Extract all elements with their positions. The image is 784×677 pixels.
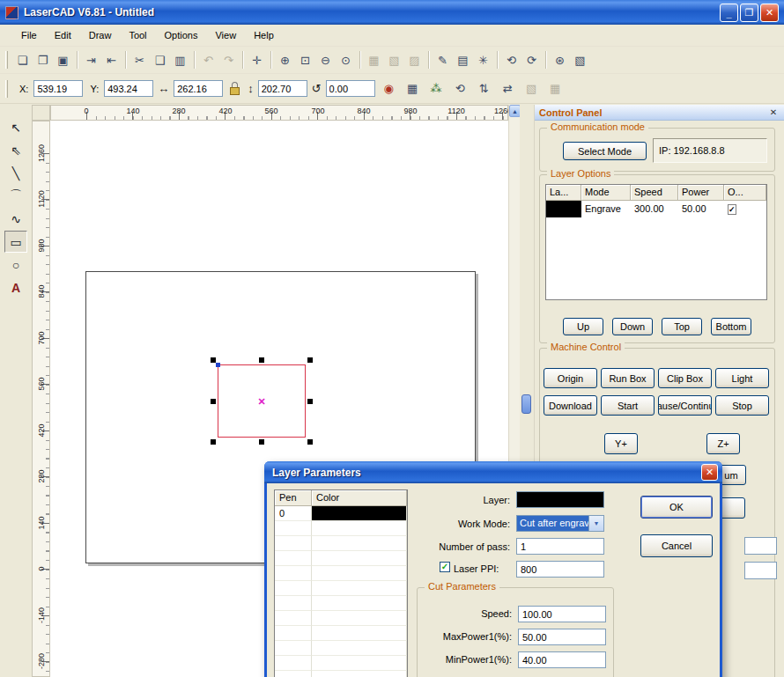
- zoom-out-icon[interactable]: ⊖: [315, 50, 336, 70]
- splitter-grip[interactable]: [521, 394, 531, 414]
- selection-handle[interactable]: [211, 399, 216, 404]
- redo-icon[interactable]: ↷: [218, 50, 239, 70]
- pause-continue-button[interactable]: Pause/Continue: [658, 395, 712, 416]
- menu-view[interactable]: View: [206, 27, 245, 43]
- ungroup-icon[interactable]: ▧: [384, 50, 404, 70]
- light-button[interactable]: Light: [715, 368, 769, 388]
- menu-file[interactable]: File: [12, 27, 46, 43]
- pan-icon[interactable]: ✛: [247, 50, 267, 70]
- chevron-down-icon[interactable]: ▼: [588, 516, 603, 531]
- selection-handle[interactable]: [307, 439, 313, 445]
- toolbar-grip[interactable]: [5, 80, 8, 98]
- column-power[interactable]: Power: [678, 185, 724, 201]
- paste-icon[interactable]: ▥: [170, 50, 190, 70]
- array-icon[interactable]: ▤: [453, 50, 473, 70]
- selected-rectangle[interactable]: ✕: [218, 364, 306, 438]
- z-plus-button[interactable]: Z+: [706, 433, 740, 454]
- dialog-title-bar[interactable]: Layer Parameters ✕: [264, 461, 722, 483]
- minimize-button[interactable]: _: [720, 4, 738, 22]
- node-edit-icon[interactable]: ✳: [473, 50, 493, 70]
- menu-edit[interactable]: Edit: [46, 27, 80, 43]
- close-button[interactable]: ✕: [760, 4, 779, 22]
- download-button[interactable]: Download: [544, 395, 597, 416]
- height-input[interactable]: [258, 80, 307, 97]
- copy-icon[interactable]: ❑: [150, 50, 170, 70]
- cut-icon[interactable]: ✂: [129, 50, 150, 70]
- column-mode[interactable]: Mode: [581, 185, 631, 201]
- menu-tool[interactable]: Tool: [120, 27, 155, 43]
- panel-close-icon[interactable]: ✕: [767, 107, 780, 117]
- number-of-p ass-input[interactable]: [516, 538, 604, 555]
- save-icon[interactable]: ▣: [53, 50, 73, 70]
- transform-icon[interactable]: ▧: [521, 78, 542, 99]
- arc-tool[interactable]: ⌒: [4, 185, 27, 207]
- rotate-input[interactable]: [326, 80, 375, 97]
- maximize-button[interactable]: ❐: [740, 4, 758, 22]
- pattern-icon[interactable]: ▦: [545, 78, 566, 99]
- partial-field[interactable]: [744, 537, 777, 555]
- new-icon[interactable]: ❏: [12, 50, 33, 70]
- work-mode-select[interactable]: Cut after engrav ▼: [516, 515, 604, 532]
- rotate-ccw-icon[interactable]: ⟲: [501, 50, 521, 70]
- laser-ppi-checkbox[interactable]: ✓: [440, 562, 450, 572]
- selection-handle[interactable]: [211, 439, 216, 445]
- zoom-all-icon[interactable]: ⊙: [336, 50, 356, 70]
- export-icon[interactable]: ⇤: [101, 50, 122, 70]
- ok-button[interactable]: OK: [640, 496, 713, 519]
- partial-field[interactable]: [744, 562, 777, 579]
- max-power-input[interactable]: [518, 629, 606, 645]
- layer-color-swatch[interactable]: [546, 201, 581, 217]
- lock-ratio-icon[interactable]: [229, 82, 240, 96]
- width-input[interactable]: [174, 80, 223, 97]
- stop-button[interactable]: Stop: [715, 395, 769, 416]
- selection-handle[interactable]: [259, 357, 264, 363]
- pen-table[interactable]: Pen Color 0: [274, 489, 408, 677]
- y-input[interactable]: [104, 80, 153, 97]
- up-button[interactable]: Up: [563, 318, 603, 335]
- flip-vertical-icon[interactable]: ⇅: [474, 78, 494, 99]
- column-layer[interactable]: La...: [546, 185, 581, 201]
- garden-icon[interactable]: ⁂: [426, 78, 447, 99]
- down-button[interactable]: Down: [612, 318, 653, 335]
- column-speed[interactable]: Speed: [631, 185, 678, 201]
- speed-input[interactable]: [518, 606, 606, 622]
- pen-row[interactable]: 0: [275, 506, 407, 521]
- import-icon[interactable]: ⇥: [81, 50, 101, 70]
- top-button[interactable]: Top: [662, 318, 702, 335]
- flip-horizontal-icon[interactable]: ⇄: [498, 78, 518, 99]
- trace-icon[interactable]: ⊛: [550, 50, 570, 70]
- group-icon[interactable]: ▦: [364, 50, 384, 70]
- rotate-object-icon[interactable]: ⟲: [450, 78, 470, 99]
- min-power-input[interactable]: [518, 651, 606, 668]
- column-pen[interactable]: Pen: [275, 490, 312, 506]
- output-checkbox[interactable]: ✓: [728, 204, 736, 215]
- column-output[interactable]: O...: [724, 185, 766, 201]
- laser-ppi-input[interactable]: [516, 561, 604, 578]
- x-input[interactable]: [33, 80, 83, 97]
- cancel-button[interactable]: Cancel: [640, 534, 713, 557]
- grid-array-icon[interactable]: ▦: [403, 78, 423, 99]
- node-select-tool[interactable]: ⇖: [4, 139, 27, 161]
- select-tool[interactable]: ↖: [4, 116, 27, 138]
- explode-icon[interactable]: ▨: [404, 50, 425, 70]
- stamp-icon[interactable]: ◉: [379, 78, 399, 99]
- pen-icon[interactable]: ✎: [433, 50, 453, 70]
- ellipse-tool[interactable]: ○: [4, 254, 27, 276]
- selection-handle[interactable]: [259, 439, 264, 445]
- column-color[interactable]: Color: [312, 490, 407, 506]
- layer-color-field[interactable]: [516, 491, 604, 508]
- clip-box-button[interactable]: Clip Box: [658, 368, 712, 388]
- menu-help[interactable]: Help: [245, 27, 283, 43]
- selection-handle[interactable]: [307, 399, 313, 404]
- start-button[interactable]: Start: [601, 395, 655, 416]
- bottom-button[interactable]: Bottom: [711, 318, 751, 335]
- line-tool[interactable]: ╲: [4, 162, 27, 184]
- zoom-window-icon[interactable]: ⊡: [295, 50, 315, 70]
- curve-tool[interactable]: ∿: [4, 208, 27, 230]
- zoom-in-icon[interactable]: ⊕: [275, 50, 295, 70]
- dialog-close-button[interactable]: ✕: [701, 464, 718, 481]
- menu-options[interactable]: Options: [156, 27, 207, 43]
- menu-draw[interactable]: Draw: [80, 27, 121, 43]
- toolbar-grip[interactable]: [5, 51, 8, 69]
- y-plus-button[interactable]: Y+: [604, 433, 638, 454]
